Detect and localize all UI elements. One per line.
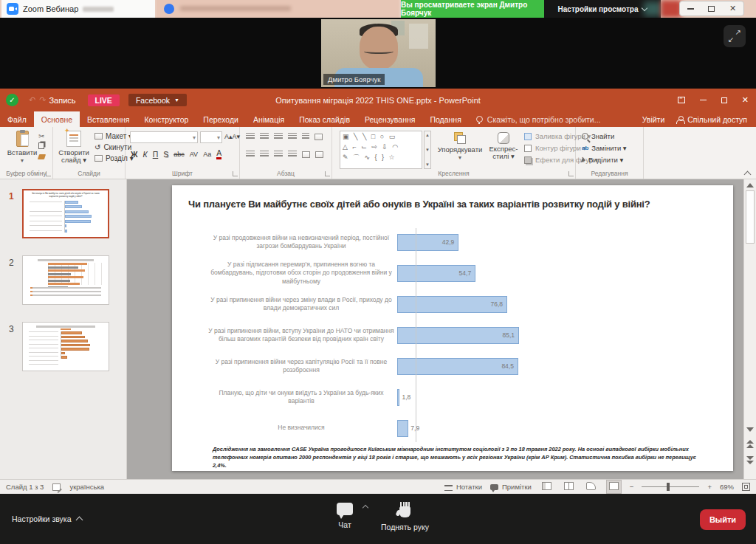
slide-footnote[interactable]: Дослідження на замовлення CASE Україна п…: [213, 445, 702, 469]
text-direction-button[interactable]: [315, 134, 323, 140]
vertical-scrollbar[interactable]: [743, 179, 756, 479]
quick-styles-button[interactable]: Експрес-стилі ▾: [486, 132, 521, 161]
audio-settings-button[interactable]: Настройки звука: [12, 514, 82, 523]
grow-shrink-font[interactable]: А▴А▾: [224, 133, 240, 140]
replace-button[interactable]: abЗамінити ▾: [582, 144, 627, 152]
shapes-gallery-scrollbar[interactable]: ▲▼▼: [424, 131, 431, 169]
close-button[interactable]: ✕: [726, 1, 740, 16]
line-spacing-button[interactable]: [302, 133, 309, 140]
font-size-combobox[interactable]: ▾: [200, 131, 222, 143]
tab-insert[interactable]: Вставлення: [80, 111, 137, 127]
slide-chart[interactable]: У разі продовження війни на невизначений…: [187, 227, 712, 444]
tell-me-box[interactable]: Скажіть, що потрібно зробити...: [469, 111, 608, 127]
underline-button[interactable]: П: [153, 150, 159, 159]
fit-slide-button[interactable]: [742, 483, 750, 491]
record-label[interactable]: Запись: [49, 96, 75, 105]
slideshow-view-button[interactable]: [606, 480, 622, 494]
slide-1-thumbnail[interactable]: Чи плануєте Ви майбутнє своїх дітей або …: [22, 189, 109, 238]
tab-review[interactable]: Рецензування: [357, 111, 422, 127]
notes-toggle[interactable]: Нотатки: [444, 483, 482, 491]
scroll-down-icon[interactable]: [746, 427, 754, 432]
chat-button[interactable]: Чат: [337, 503, 353, 531]
numbering-button[interactable]: [260, 133, 269, 140]
dialog-launcher-icon[interactable]: [46, 171, 51, 176]
share-button[interactable]: Спільний доступ: [676, 115, 747, 124]
select-button[interactable]: Виділити ▾: [582, 156, 627, 164]
decrease-indent-button[interactable]: [274, 133, 283, 140]
zoom-out-button[interactable]: −: [630, 483, 634, 491]
previous-slide-button[interactable]: [746, 439, 754, 448]
tab-design[interactable]: Конструктор: [137, 111, 196, 127]
wall-poster: [409, 24, 428, 49]
align-left-button[interactable]: [246, 151, 255, 158]
smartart-convert-button[interactable]: [315, 151, 323, 158]
close-button[interactable]: ✕: [742, 95, 749, 105]
zoom-slider[interactable]: [642, 486, 699, 488]
maximize-button[interactable]: [704, 1, 719, 16]
tab-home[interactable]: Основне: [34, 111, 80, 127]
align-right-button[interactable]: [274, 151, 283, 158]
justify-button[interactable]: [288, 151, 297, 158]
zoom-in-button[interactable]: +: [707, 483, 712, 491]
comments-toggle[interactable]: Примітки: [490, 483, 532, 491]
columns-button[interactable]: [302, 151, 310, 158]
character-spacing-button[interactable]: AV: [190, 151, 198, 158]
change-case-button[interactable]: Aa: [203, 151, 211, 158]
align-center-button[interactable]: [260, 151, 269, 158]
font-name-combobox[interactable]: ▾: [130, 131, 198, 143]
chart-row: Не визначилися7,9: [187, 413, 712, 444]
tab-slideshow[interactable]: Показ слайдів: [292, 111, 357, 127]
dialog-launcher-icon[interactable]: [233, 171, 238, 176]
text-shadow-button[interactable]: S: [163, 150, 168, 159]
zoom-slider-thumb[interactable]: [667, 483, 670, 491]
increase-indent-button[interactable]: [288, 133, 297, 140]
arrange-button[interactable]: Упорядкувати ▼: [436, 132, 484, 160]
tab-view[interactable]: Подання: [422, 111, 468, 127]
find-button[interactable]: Знайти: [582, 132, 627, 140]
restore-button[interactable]: [721, 97, 727, 103]
view-settings-label: Настройки просмотра: [558, 5, 639, 13]
live-badge[interactable]: LIVE: [88, 94, 120, 106]
format-painter-button[interactable]: [38, 153, 45, 161]
cut-button[interactable]: ✂: [38, 132, 45, 140]
facebook-stream-button[interactable]: Facebook ▼: [128, 94, 187, 106]
dialog-launcher-icon[interactable]: [325, 171, 330, 176]
leave-button[interactable]: Выйти: [700, 509, 746, 530]
slide-sorter-view-button[interactable]: [562, 481, 576, 493]
reading-view-button[interactable]: [584, 481, 598, 493]
italic-button[interactable]: К: [143, 150, 148, 159]
ribbon-display-options-button[interactable]: [678, 97, 685, 103]
bold-button[interactable]: Ж: [131, 150, 138, 159]
bullets-button[interactable]: [246, 133, 255, 140]
fullscreen-expand-button[interactable]: ↗ ↙: [724, 25, 746, 47]
slide-3-thumbnail[interactable]: [22, 322, 109, 371]
tab-transitions[interactable]: Переходи: [196, 111, 246, 127]
strikethrough-button[interactable]: abc: [173, 151, 185, 158]
next-slide-button[interactable]: [746, 455, 754, 464]
paste-button[interactable]: Вставити ▼: [6, 131, 38, 163]
slide3-mini-chart: [61, 331, 103, 359]
scroll-up-icon[interactable]: [746, 183, 754, 187]
tab-file[interactable]: Файл: [0, 111, 34, 127]
blurred-browser-tab[interactable]: [157, 0, 399, 18]
spellcheck-icon[interactable]: [52, 483, 61, 491]
language-indicator[interactable]: українська: [69, 483, 104, 491]
dialog-launcher-icon[interactable]: [568, 171, 574, 176]
minimize-button[interactable]: [700, 100, 707, 101]
font-color-button[interactable]: А: [216, 149, 221, 159]
quick-access-toolbar[interactable]: ↶↷: [29, 95, 46, 105]
raise-hand-button[interactable]: Поднять руку: [381, 503, 429, 531]
zoom-percentage[interactable]: 69%: [720, 483, 734, 491]
tab-animations[interactable]: Анімація: [246, 111, 292, 127]
normal-view-button[interactable]: [540, 481, 554, 493]
sign-in-button[interactable]: Увійти: [642, 115, 665, 124]
slide2-text-lines: [30, 287, 101, 296]
copy-button[interactable]: [38, 142, 45, 151]
shapes-gallery[interactable]: ▣ ╲ ╲ □ ○ ▭△ ⌐ ⌙ ⇨ ⇩ ◠✎ ⌒ ∿ { } ☆: [340, 131, 422, 169]
scrollbar-thumb[interactable]: [746, 190, 755, 244]
slide-2-thumbnail[interactable]: [22, 255, 109, 305]
minimize-button[interactable]: [683, 1, 698, 16]
slide-title[interactable]: Чи плануєте Ви майбутнє своїх дітей або …: [188, 199, 712, 210]
new-slide-button[interactable]: Створити слайд ▾: [55, 131, 93, 164]
collapse-ribbon-button[interactable]: [744, 170, 750, 176]
